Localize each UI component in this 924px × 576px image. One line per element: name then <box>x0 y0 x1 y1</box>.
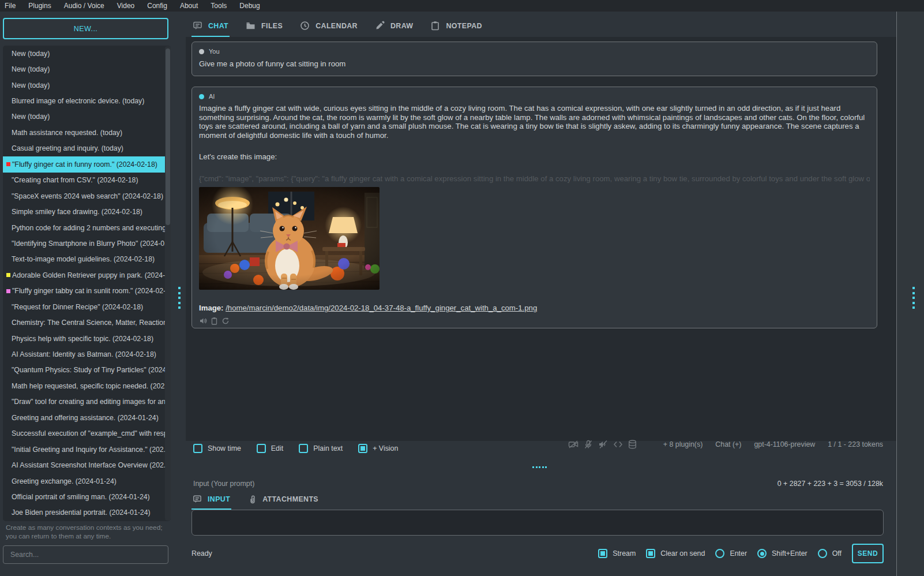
tab-attachments[interactable]: ATTACHMENTS <box>247 492 320 510</box>
list-item[interactable]: Math help requested, specific topic need… <box>3 378 171 394</box>
splitter-handle-left[interactable] <box>178 287 181 309</box>
tab-calendar[interactable]: CALENDAR <box>299 17 359 37</box>
list-item[interactable]: New (today) <box>3 61 171 77</box>
list-item[interactable]: New (today) <box>3 109 171 125</box>
list-item[interactable]: New (today) <box>3 46 171 61</box>
enter-radio[interactable] <box>715 549 724 558</box>
shift-enter-radio-group[interactable]: Shift+Enter <box>757 549 807 558</box>
new-context-button[interactable]: NEW... <box>3 18 168 39</box>
menu-item-about[interactable]: About <box>174 2 204 10</box>
context-list-scrollbar[interactable] <box>165 46 171 521</box>
list-item[interactable]: "Quantum Physics: Study of Tiny Particle… <box>3 362 171 378</box>
list-item[interactable]: "Request for Dinner Recipe" (2024-02-18) <box>3 299 171 315</box>
generated-cat-image[interactable] <box>199 187 380 290</box>
tab-label: INPUT <box>208 495 230 503</box>
tab-notepad[interactable]: NOTEPAD <box>429 17 483 37</box>
tab-chat[interactable]: CHAT <box>191 17 230 37</box>
clear-on-send-checkbox-group[interactable]: Clear on send <box>646 549 705 558</box>
menu-item-video[interactable]: Video <box>111 2 141 10</box>
list-item[interactable]: Official portrait of smiling man. (2024-… <box>3 489 171 504</box>
show-time-checkbox[interactable] <box>193 444 202 453</box>
clock-icon <box>300 21 310 31</box>
splitter-handle-right[interactable] <box>912 287 915 309</box>
menu-item-debug[interactable]: Debug <box>233 2 266 10</box>
list-item[interactable]: Physics help with specific topic. (2024-… <box>3 331 171 346</box>
list-item[interactable]: Math assistance requested. (today) <box>3 125 171 140</box>
checkbox-label: Stream <box>613 549 636 558</box>
menu-bar: File Plugins Audio / Voice Video Config … <box>0 0 924 12</box>
send-button[interactable]: SEND <box>852 544 884 563</box>
checkbox-label: Show time <box>208 444 241 452</box>
search-input[interactable] <box>3 545 168 564</box>
list-item[interactable]: AI Assistant Screenshot Interface Overvi… <box>3 457 171 473</box>
tab-draw[interactable]: DRAW <box>374 17 414 37</box>
video-off-icon[interactable] <box>568 440 579 449</box>
edit-checkbox-group[interactable]: Edit <box>257 444 283 453</box>
tab-files[interactable]: FILES <box>245 17 284 37</box>
vision-checkbox-group[interactable]: + Vision <box>358 444 398 453</box>
list-item[interactable]: "Creating chart from CSV." (2024-02-18) <box>3 173 171 188</box>
mic-off-icon[interactable] <box>584 440 593 449</box>
token-counter: 0 + 2827 + 223 + 3 = 3053 / 128k <box>777 480 883 488</box>
scrollbar-thumb[interactable] <box>166 48 170 225</box>
audio-off-icon[interactable] <box>598 440 608 449</box>
prompt-textarea[interactable] <box>191 510 884 536</box>
stream-checkbox-group[interactable]: Stream <box>598 549 636 558</box>
list-item[interactable]: Python code for adding 2 numbers and exe… <box>3 220 171 235</box>
menu-item-config[interactable]: Config <box>141 2 174 10</box>
list-item-label: Official portrait of smiling man. (2024-… <box>12 493 150 501</box>
list-item[interactable]: Adorable Golden Retriever puppy in park.… <box>3 267 171 283</box>
list-item-label: New (today) <box>12 65 50 73</box>
enter-radio-group[interactable]: Enter <box>715 549 747 558</box>
vision-checkbox[interactable] <box>358 444 367 453</box>
list-item-label: "Draw" tool for creating and editing ima… <box>12 398 171 406</box>
list-item[interactable]: "Fluffy ginger tabby cat in sunlit room.… <box>3 283 171 299</box>
show-time-checkbox-group[interactable]: Show time <box>193 444 241 453</box>
menu-item-tools[interactable]: Tools <box>204 2 233 10</box>
code-icon[interactable] <box>613 440 623 448</box>
list-item-label: Greeting exchange. (2024-01-24) <box>12 477 117 485</box>
tab-label: FILES <box>261 22 283 30</box>
regenerate-icon[interactable] <box>221 317 230 325</box>
list-item[interactable]: Joe Biden presidential portrait. (2024-0… <box>3 505 171 521</box>
list-item[interactable]: Simple smiley face drawing. (2024-02-18) <box>3 204 171 219</box>
list-item[interactable]: Successful execution of "example_cmd" wi… <box>3 426 171 442</box>
output-options: Show time Edit Plain text + Vision <box>193 444 414 453</box>
list-item[interactable]: Chemistry: The Central Science, Matter, … <box>3 315 171 330</box>
input-tabs: INPUT ATTACHMENTS <box>191 492 336 510</box>
list-item[interactable]: "Identifying Smartphone in Blurry Photo"… <box>3 235 171 251</box>
context-list: New (today)New (today)New (today)Blurred… <box>3 46 171 521</box>
list-item[interactable]: Greeting exchange. (2024-01-24) <box>3 473 171 489</box>
menu-item-audio-voice[interactable]: Audio / Voice <box>58 2 111 10</box>
list-item-label: "Request for Dinner Recipe" (2024-02-18) <box>12 303 143 311</box>
read-aloud-icon[interactable] <box>199 317 207 325</box>
plain-text-checkbox[interactable] <box>299 444 308 453</box>
list-item[interactable]: Text-to-image model guidelines. (2024-02… <box>3 252 171 267</box>
clear-on-send-checkbox[interactable] <box>646 549 655 558</box>
list-item[interactable]: "Initial Greeting and Inquiry for Assist… <box>3 442 171 457</box>
database-icon[interactable] <box>628 440 637 449</box>
list-item[interactable]: Casual greeting and inquiry. (today) <box>3 141 171 156</box>
stream-checkbox[interactable] <box>598 549 607 558</box>
list-item[interactable]: "Fluffy ginger cat in funny room." (2024… <box>3 156 171 172</box>
list-item-label: Greeting and offering assistance. (2024-… <box>12 414 159 422</box>
list-item[interactable]: "SpaceX events 2024 web search" (2024-02… <box>3 188 171 204</box>
plain-text-checkbox-group[interactable]: Plain text <box>299 444 343 453</box>
menu-item-plugins[interactable]: Plugins <box>22 2 57 10</box>
shift-enter-radio[interactable] <box>757 549 767 558</box>
list-item[interactable]: New (today) <box>3 77 171 93</box>
splitter-handle-horizontal[interactable] <box>532 466 547 468</box>
image-path-link[interactable]: /home/marcin/demo2/data/img/2024-02-18_0… <box>226 304 537 312</box>
off-radio-group[interactable]: Off <box>818 549 842 558</box>
off-radio[interactable] <box>818 549 827 558</box>
list-item[interactable]: Greeting and offering assistance. (2024-… <box>3 410 171 425</box>
menu-item-file[interactable]: File <box>5 2 22 10</box>
list-item[interactable]: Blurred image of electronic device. (tod… <box>3 93 171 109</box>
list-item[interactable]: AI Assistant: Identity as Batman. (2024-… <box>3 346 171 362</box>
list-item-label: "SpaceX events 2024 web search" (2024-02… <box>12 192 163 200</box>
tab-input[interactable]: INPUT <box>191 492 231 510</box>
copy-icon[interactable] <box>211 317 218 325</box>
edit-checkbox[interactable] <box>257 444 266 453</box>
input-label-row: Input (Your prompt) 0 + 2827 + 223 + 3 =… <box>193 480 883 488</box>
list-item[interactable]: "Draw" tool for creating and editing ima… <box>3 394 171 410</box>
